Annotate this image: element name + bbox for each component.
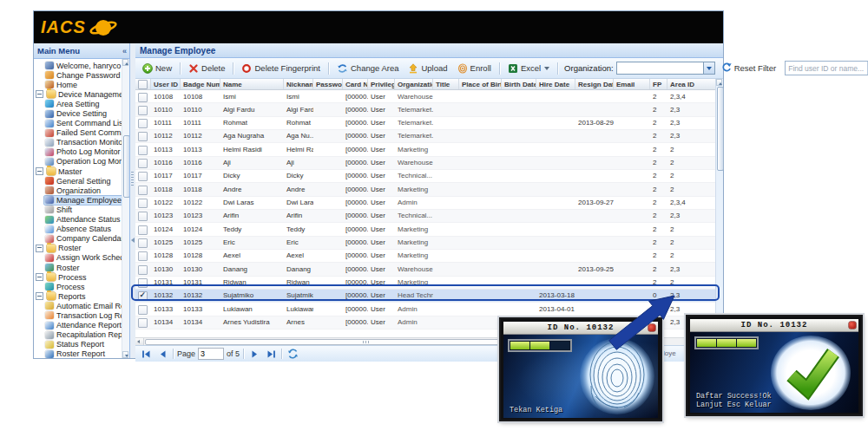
sidebar-item-master[interactable]: Master bbox=[34, 166, 129, 176]
tree-collapse-icon[interactable] bbox=[36, 90, 43, 98]
first-page-button[interactable] bbox=[139, 348, 153, 360]
row-checkbox[interactable] bbox=[138, 305, 148, 315]
scroll-left-icon[interactable] bbox=[135, 338, 144, 345]
sidebar-item-roster-report[interactable]: Roster Report bbox=[34, 349, 129, 358]
column-header-pob[interactable]: Place of Birth bbox=[459, 79, 502, 89]
search-input[interactable] bbox=[786, 62, 867, 74]
page-number-input[interactable] bbox=[198, 348, 224, 360]
sidebar-item-absence-status[interactable]: Absence Status bbox=[34, 225, 129, 234]
employee-row-10112[interactable]: 1011210112Aga NugrahaAga Nu...[00000...U… bbox=[135, 130, 716, 143]
employee-row-10125[interactable]: 1012510125EricEric[00000...UserMarketing… bbox=[135, 237, 716, 250]
column-header-privilege[interactable]: Privilege bbox=[368, 79, 395, 89]
tree-collapse-icon[interactable] bbox=[36, 273, 43, 281]
row-checkbox[interactable] bbox=[138, 132, 148, 141]
upload-button[interactable]: Upload bbox=[404, 61, 450, 76]
sidebar-item-shift[interactable]: Shift bbox=[34, 205, 129, 214]
sidebar-item-device-management[interactable]: Device Management bbox=[34, 89, 129, 99]
sidebar-item-automatic-email-report[interactable]: Automatic Email Report bbox=[34, 301, 129, 310]
employee-row-10128[interactable]: 1012810128AexelAexel[00000...UserMarketi… bbox=[135, 250, 716, 263]
row-checkbox[interactable] bbox=[138, 278, 148, 288]
employee-row-10113[interactable]: 1011310113Helmi RasidiHelmi Rasi[00000..… bbox=[135, 143, 716, 156]
row-checkbox[interactable] bbox=[138, 119, 148, 128]
row-checkbox[interactable] bbox=[138, 80, 148, 89]
grid-scrollbar-thumb[interactable] bbox=[717, 87, 724, 171]
sidebar-item-failed-sent-command-list[interactable]: Failed Sent Command List bbox=[34, 128, 129, 138]
sidebar-scrollbar[interactable] bbox=[122, 59, 129, 358]
column-header-resign[interactable]: Resign Date bbox=[575, 79, 614, 89]
sidebar-item-manage-employee[interactable]: Manage Employee bbox=[34, 195, 129, 205]
employee-row-10108[interactable]: 1010810108IsmiIsmi[00000...UserWarehouse… bbox=[135, 90, 716, 103]
sidebar-item-area-setting[interactable]: Area Setting bbox=[34, 99, 129, 108]
column-header-nickname[interactable]: Nickname bbox=[284, 79, 313, 89]
row-checkbox[interactable] bbox=[138, 199, 148, 208]
row-checkbox[interactable] bbox=[138, 159, 148, 168]
employee-row-10118[interactable]: 1011810118AndreAndre[00000...UserMarketi… bbox=[135, 183, 716, 196]
sidebar-item-device-setting[interactable]: Device Setting bbox=[34, 108, 129, 118]
next-page-button[interactable] bbox=[247, 348, 261, 360]
row-checkbox[interactable] bbox=[138, 225, 148, 235]
sidebar-item-transaction-log-report[interactable]: Transaction Log Report bbox=[34, 310, 129, 320]
column-header-email[interactable]: Email bbox=[614, 79, 650, 89]
row-checkbox[interactable] bbox=[138, 251, 148, 261]
sidebar-item-attendance-report[interactable]: Attendance Report bbox=[34, 321, 129, 330]
employee-row-10130[interactable]: 1013010130DanangDanang[00000...UserWareh… bbox=[135, 263, 716, 276]
change-area-button[interactable]: Change Area bbox=[333, 61, 402, 76]
row-checkbox[interactable] bbox=[138, 146, 148, 155]
column-header-title[interactable]: Title bbox=[433, 79, 459, 89]
sidebar-item-sent-command-list[interactable]: Sent Command List bbox=[34, 119, 129, 128]
column-header-hire[interactable]: Hire Date bbox=[536, 79, 575, 89]
grid-vertical-scrollbar[interactable] bbox=[715, 79, 723, 337]
row-checkbox[interactable] bbox=[138, 238, 148, 248]
column-header-name[interactable]: Name bbox=[220, 79, 284, 89]
tree-collapse-icon[interactable] bbox=[36, 245, 43, 252]
row-checkbox[interactable] bbox=[138, 291, 148, 301]
scroll-up-icon[interactable] bbox=[122, 59, 128, 66]
refresh-icon[interactable] bbox=[286, 348, 299, 360]
delete-fingerprint-button[interactable]: Delete Fingerprint bbox=[238, 61, 324, 76]
employee-row-10122[interactable]: 1012210122Dwi LarasDwi Laras[00000...Use… bbox=[135, 197, 716, 210]
sidebar-item-attendance-status[interactable]: Attendance Status bbox=[34, 215, 129, 225]
employee-row-10133[interactable]: 1013310133LukiawanLukiawan[00000...UserA… bbox=[135, 303, 716, 316]
last-page-button[interactable] bbox=[264, 348, 278, 360]
employee-row-10110[interactable]: 1011010110Algi FarduAlgi Fardu[00000...U… bbox=[135, 103, 716, 116]
sidebar-item-welcome-hanryco[interactable]: Welcome, hanryco bbox=[34, 61, 129, 70]
prev-page-button[interactable] bbox=[155, 348, 169, 360]
row-checkbox[interactable] bbox=[138, 265, 148, 275]
column-header-fp[interactable]: FP bbox=[650, 79, 667, 89]
tree-collapse-icon[interactable] bbox=[36, 292, 43, 300]
row-checkbox[interactable] bbox=[138, 106, 148, 115]
sidebar-item-reports[interactable]: Reports bbox=[34, 291, 129, 301]
splitter-collapse-icon[interactable] bbox=[131, 238, 135, 243]
column-header-area[interactable]: Area ID bbox=[667, 79, 716, 89]
excel-button[interactable]: Excel bbox=[504, 61, 553, 76]
column-header-org[interactable]: Organization bbox=[395, 79, 433, 89]
column-header-id[interactable]: User ID bbox=[151, 79, 181, 89]
sidebar-collapse-icon[interactable]: « bbox=[122, 48, 127, 55]
column-header-password[interactable]: Password bbox=[313, 79, 343, 89]
row-checkbox[interactable] bbox=[138, 93, 148, 102]
scroll-down-icon[interactable] bbox=[122, 351, 128, 358]
enroll-button[interactable]: Enroll bbox=[454, 61, 495, 76]
column-header-birth[interactable]: Birth Date bbox=[502, 79, 536, 89]
row-checkbox[interactable] bbox=[138, 186, 148, 195]
chevron-down-icon[interactable] bbox=[703, 62, 715, 75]
row-checkbox[interactable] bbox=[138, 212, 148, 221]
employee-row-10117[interactable]: 1011710117DickyDicky[00000...UserTechnic… bbox=[135, 170, 716, 183]
sidebar-item-photo-log-monitor[interactable]: Photo Log Monitor bbox=[34, 147, 129, 157]
employee-row-10123[interactable]: 1012310123ArifinArifin[00000...UserTechn… bbox=[135, 210, 716, 223]
scroll-up-icon[interactable] bbox=[716, 79, 722, 86]
employee-row-10132[interactable]: 1013210132SujatmikoSujatmiko[00000...Use… bbox=[135, 290, 716, 303]
search-box[interactable] bbox=[785, 61, 868, 75]
sidebar-item-status-report[interactable]: Status Report bbox=[34, 340, 129, 349]
sidebar-item-general-setting[interactable]: General Setting bbox=[34, 176, 129, 186]
splitter-grip-icon[interactable] bbox=[131, 172, 134, 186]
employee-row-10131[interactable]: 1013110131RidwanRidwan[00000...UserMarke… bbox=[135, 277, 716, 290]
sidebar-item-assign-work-schedule[interactable]: Assign Work Schedule bbox=[34, 253, 129, 263]
sidebar-scrollbar-thumb[interactable] bbox=[123, 135, 130, 198]
sidebar-item-transaction-monitor[interactable]: Transaction Monitor bbox=[34, 138, 129, 147]
employee-row-10111[interactable]: 1011110111RohmatRohmat[00000...UserTelem… bbox=[135, 117, 716, 130]
employee-row-10116[interactable]: 1011610116AjiAji[00000...UserWarehouse22 bbox=[135, 157, 716, 170]
column-header-badge[interactable]: Badge Number bbox=[181, 79, 220, 89]
delete-button[interactable]: Delete bbox=[185, 61, 228, 76]
sidebar-item-recapitulation-report[interactable]: Recapitulation Report bbox=[34, 330, 129, 340]
